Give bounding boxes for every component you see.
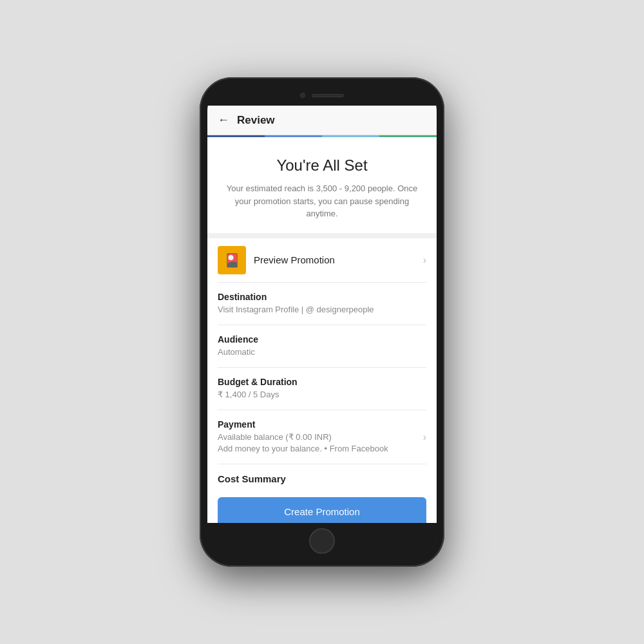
payment-chevron-icon: › xyxy=(423,431,426,443)
preview-label: Preview Promotion xyxy=(254,254,415,265)
budget-value: ₹ 1,400 / 5 Days xyxy=(218,389,426,401)
destination-row: Destination Visit Instagram Profile | @ … xyxy=(218,283,426,325)
thumbnail-icon: 🎴 xyxy=(224,252,240,268)
info-section: Destination Visit Instagram Profile | @ … xyxy=(207,283,437,464)
progress-seg-1 xyxy=(207,135,265,137)
phone-shell: ← Review You're All Set Your estimated r… xyxy=(200,77,444,567)
payment-label: Payment xyxy=(218,419,423,430)
speaker xyxy=(312,94,344,97)
main-content: You're All Set Your estimated reach is 3… xyxy=(207,137,437,523)
budget-row: Budget & Duration ₹ 1,400 / 5 Days xyxy=(218,368,426,410)
camera xyxy=(300,93,305,98)
hero-subtitle: Your estimated reach is 3,500 - 9,200 pe… xyxy=(220,182,424,220)
preview-thumbnail: 🎴 xyxy=(218,246,246,274)
progress-seg-2 xyxy=(265,135,322,137)
destination-label: Destination xyxy=(218,292,426,302)
hero-title: You're All Set xyxy=(220,156,424,175)
create-promotion-button[interactable]: Create Promotion xyxy=(218,497,426,523)
home-button[interactable] xyxy=(309,528,335,554)
audience-value: Automatic xyxy=(218,346,426,358)
phone-top-bar xyxy=(207,85,437,106)
payment-value-2: Add money to your balance. • From Facebo… xyxy=(218,443,423,455)
back-button[interactable]: ← xyxy=(218,113,229,127)
chevron-right-icon: › xyxy=(423,254,426,266)
progress-seg-3 xyxy=(322,135,379,137)
budget-label: Budget & Duration xyxy=(218,377,426,387)
audience-label: Audience xyxy=(218,334,426,345)
phone-bottom-bar xyxy=(207,523,437,559)
section-divider-1 xyxy=(207,233,437,238)
page-title: Review xyxy=(237,114,275,127)
header: ← Review xyxy=(207,106,437,135)
cost-summary-title: Cost Summary xyxy=(218,473,426,484)
audience-row: Audience Automatic xyxy=(218,325,426,368)
payment-row-inner: Payment Available balance (₹ 0.00 INR) A… xyxy=(218,419,426,455)
payment-value-1: Available balance (₹ 0.00 INR) xyxy=(218,431,423,443)
preview-promotion-row[interactable]: 🎴 Preview Promotion › xyxy=(207,238,437,282)
hero-section: You're All Set Your estimated reach is 3… xyxy=(207,137,437,233)
phone-inner: ← Review You're All Set Your estimated r… xyxy=(207,85,437,559)
cost-summary-section: Cost Summary xyxy=(207,464,437,497)
destination-value: Visit Instagram Profile | @ designerpeop… xyxy=(218,304,426,316)
payment-content: Payment Available balance (₹ 0.00 INR) A… xyxy=(218,419,423,455)
progress-bar xyxy=(207,135,437,137)
payment-row[interactable]: Payment Available balance (₹ 0.00 INR) A… xyxy=(218,410,426,464)
progress-seg-4 xyxy=(379,135,437,137)
screen: ← Review You're All Set Your estimated r… xyxy=(207,106,437,523)
